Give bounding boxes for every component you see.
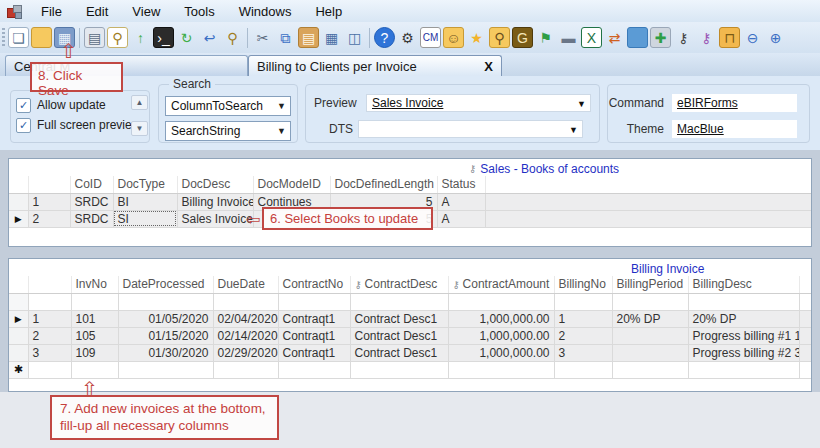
column-header[interactable]: DateProcessed bbox=[118, 276, 213, 293]
grid-cell[interactable] bbox=[688, 361, 799, 378]
up-arrow-icon[interactable]: ↑ bbox=[130, 27, 151, 48]
grid-cell[interactable]: 01/05/2020 bbox=[118, 310, 213, 327]
table-icon[interactable]: ▦ bbox=[321, 27, 342, 48]
grid-cell[interactable]: 101 bbox=[71, 310, 118, 327]
grid-cell[interactable]: SI bbox=[113, 210, 177, 227]
row-selector[interactable] bbox=[9, 293, 28, 310]
column-header[interactable]: BillingDesc bbox=[688, 276, 799, 293]
print-preview-icon[interactable]: ⚲ bbox=[107, 27, 128, 48]
row-selector[interactable]: ▶ bbox=[9, 310, 28, 327]
grid-cell[interactable] bbox=[71, 293, 118, 310]
padlock-icon[interactable]: ⊓ bbox=[719, 27, 740, 48]
folder-search-icon[interactable]: ⚲ bbox=[489, 27, 510, 48]
blue-folder-icon[interactable] bbox=[627, 27, 648, 48]
menu-item-help[interactable]: Help bbox=[303, 1, 354, 22]
command-window-icon[interactable]: ›_ bbox=[153, 27, 174, 48]
column-header[interactable]: ⚷ ContractDesc bbox=[350, 276, 448, 293]
grid-cell[interactable]: 1 bbox=[554, 310, 612, 327]
grid-cell[interactable] bbox=[612, 327, 688, 344]
row-number[interactable]: 1 bbox=[28, 310, 71, 327]
menu-item-view[interactable]: View bbox=[120, 1, 172, 22]
grid-cell[interactable]: Progress billing #1 10% bbox=[688, 327, 799, 344]
grid-cell[interactable] bbox=[612, 344, 688, 361]
settings-gear-icon[interactable]: ⚙ bbox=[397, 27, 418, 48]
columns-icon[interactable]: ◫ bbox=[344, 27, 365, 48]
row-selector[interactable]: ✱ bbox=[9, 361, 28, 378]
new-document-icon[interactable]: ❏ bbox=[8, 27, 29, 48]
search-string-dropdown[interactable]: SearchString ▼ bbox=[165, 121, 291, 141]
column-header[interactable]: BillingPeriod bbox=[612, 276, 688, 293]
checkbox-checked[interactable]: ✓ bbox=[16, 98, 31, 113]
menu-item-windows[interactable]: Windows bbox=[227, 1, 304, 22]
paint-roller-icon[interactable]: ▬ bbox=[558, 27, 579, 48]
row-number[interactable]: 2 bbox=[28, 210, 70, 227]
row-selector[interactable] bbox=[9, 193, 28, 210]
grid-cell[interactable]: BI bbox=[113, 193, 177, 210]
option-allow-update[interactable]: ✓ Allow update bbox=[11, 95, 149, 115]
help-icon[interactable]: ? bbox=[374, 27, 395, 48]
column-header[interactable]: ContractNo bbox=[278, 276, 350, 293]
column-header[interactable]: InvNo bbox=[71, 276, 118, 293]
grid-cell[interactable]: A bbox=[437, 210, 485, 227]
grid-cell[interactable]: 02/14/2020 bbox=[213, 327, 278, 344]
grid-cell[interactable]: Progress billing #2 30% bbox=[688, 344, 799, 361]
grid-cell[interactable] bbox=[350, 293, 448, 310]
grid-cell[interactable]: 01/30/2020 bbox=[118, 344, 213, 361]
small-key-icon[interactable]: ⚷ bbox=[673, 27, 694, 48]
grid-cell[interactable]: 02/04/2020 bbox=[213, 310, 278, 327]
grid-cell[interactable]: Contraqt1 bbox=[278, 327, 350, 344]
open-folder-icon[interactable] bbox=[31, 27, 52, 48]
menu-item-tools[interactable]: Tools bbox=[172, 1, 226, 22]
row-number[interactable] bbox=[28, 293, 71, 310]
tab-billing-to-clients-per-invoice[interactable]: Billing to Clients per Invoice X bbox=[248, 55, 502, 76]
row-selector[interactable] bbox=[9, 327, 28, 344]
grid-cell[interactable]: 1,000,000.00 bbox=[448, 344, 554, 361]
grid-cell[interactable] bbox=[612, 361, 688, 378]
grid-cell[interactable]: 109 bbox=[71, 344, 118, 361]
grid-cell[interactable]: 01/15/2020 bbox=[118, 327, 213, 344]
grid-cell[interactable] bbox=[118, 361, 213, 378]
column-header[interactable]: ⚷ ContractAmount bbox=[448, 276, 554, 293]
grid-cell[interactable] bbox=[612, 293, 688, 310]
grid-cell[interactable] bbox=[71, 361, 118, 378]
grid-cell[interactable]: 20% DP bbox=[612, 310, 688, 327]
zoom-out-icon[interactable]: ⊖ bbox=[742, 27, 763, 48]
grid-cell[interactable]: Sales Invoice bbox=[177, 210, 253, 227]
close-icon[interactable]: X bbox=[476, 59, 493, 74]
grid-cell[interactable]: Billing Invoice bbox=[177, 193, 253, 210]
grid-cell[interactable] bbox=[213, 361, 278, 378]
column-header[interactable]: DocType bbox=[113, 176, 177, 193]
row-selector[interactable] bbox=[9, 344, 28, 361]
column-header[interactable]: DueDate bbox=[213, 276, 278, 293]
cut-icon[interactable]: ✂ bbox=[252, 27, 273, 48]
row-number[interactable]: 2 bbox=[28, 327, 71, 344]
toolbar-grip[interactable] bbox=[2, 28, 5, 48]
column-header[interactable]: CoID bbox=[70, 176, 113, 193]
grid-cell[interactable]: Contract Desc1 bbox=[350, 327, 448, 344]
grid-cell[interactable]: SRDC bbox=[70, 210, 113, 227]
column-header[interactable]: DocDesc bbox=[177, 176, 253, 193]
copy-icon[interactable]: ⧉ bbox=[275, 27, 296, 48]
command-field[interactable]: eBIRForms bbox=[672, 94, 797, 112]
grid-cell[interactable]: 3 bbox=[554, 344, 612, 361]
grid-cell[interactable]: A bbox=[437, 193, 485, 210]
map-pin-icon[interactable]: ⚑ bbox=[535, 27, 556, 48]
grid-cell[interactable]: Contract Desc1 bbox=[350, 310, 448, 327]
grid-cell[interactable]: Contraqt1 bbox=[278, 310, 350, 327]
grid-cell[interactable] bbox=[278, 361, 350, 378]
undo-icon[interactable]: ↩ bbox=[199, 27, 220, 48]
zoom-in-icon[interactable]: ⊕ bbox=[765, 27, 786, 48]
preview-dropdown[interactable]: Sales Invoice ▼ bbox=[366, 94, 591, 112]
grid-cell[interactable]: Contract Desc1 bbox=[350, 344, 448, 361]
paste-icon[interactable]: ▤ bbox=[298, 27, 319, 48]
column-header[interactable]: Status bbox=[437, 176, 485, 193]
menu-item-file[interactable]: File bbox=[29, 1, 74, 22]
cm-icon[interactable]: CM bbox=[420, 27, 441, 48]
row-number[interactable]: 1 bbox=[28, 193, 70, 210]
grid-cell[interactable]: 20% DP bbox=[688, 310, 799, 327]
column-to-search-dropdown[interactable]: ColumnToSearch ▼ bbox=[165, 96, 291, 116]
column-header[interactable]: BillingNo bbox=[554, 276, 612, 293]
refresh-icon[interactable]: ↻ bbox=[176, 27, 197, 48]
star-icon[interactable]: ★ bbox=[466, 27, 487, 48]
grid-cell[interactable] bbox=[118, 293, 213, 310]
